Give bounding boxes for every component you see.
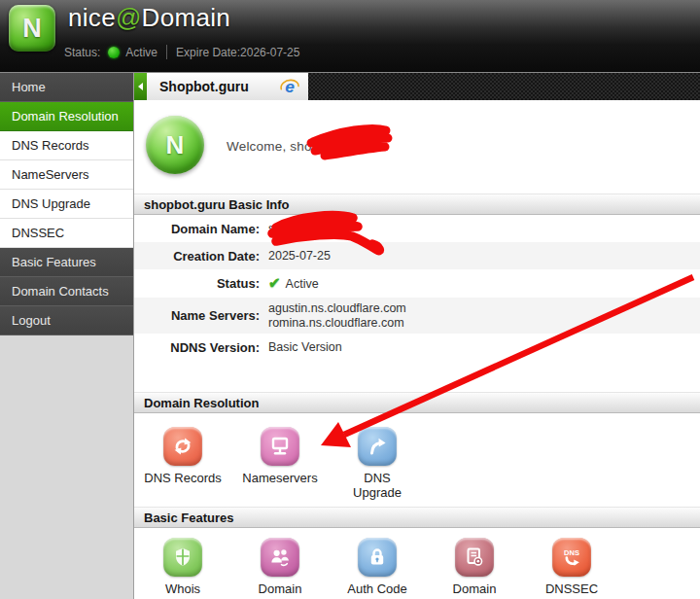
sidebar-item-dnssec[interactable]: DNSSEC xyxy=(0,219,133,248)
sidebar-item-domain-resolution[interactable]: Domain Resolution xyxy=(0,102,133,131)
brand-title: nice@Domain xyxy=(68,3,230,33)
tab-bar: Shopbot.guru e xyxy=(134,73,700,100)
auth-code-label: Auth Code xyxy=(347,581,406,596)
brand-right: Domain xyxy=(142,3,230,32)
expire-value: 2026-07-25 xyxy=(240,46,299,59)
row-status: Status: ✔Active xyxy=(134,269,700,298)
main-content: Shopbot.guru e N Welcome, shopbot.guru s… xyxy=(134,73,700,599)
sidebar-item-dns-upgrade[interactable]: DNS Upgrade xyxy=(0,190,133,219)
feature-auth-code[interactable]: Auth Code xyxy=(329,538,426,599)
header: N nice@Domain Status: Active Expire Date… xyxy=(0,0,700,73)
sidebar-item-logout[interactable]: Logout xyxy=(0,306,133,335)
dns-upgrade-label: DNS Upgrade xyxy=(343,471,411,500)
ndns-version-label: NDNS Version: xyxy=(134,340,268,355)
expire-date: Expire Date:2026-07-25 xyxy=(176,46,299,59)
header-status-row: Status: Active Expire Date:2026-07-25 xyxy=(64,45,299,59)
nameservers-label: Nameservers xyxy=(242,471,317,485)
refresh-icon xyxy=(163,427,202,466)
sidebar-item-domain-contacts[interactable]: Domain Contacts xyxy=(0,277,133,306)
lock-icon xyxy=(358,538,397,577)
basic-info-table: Domain Name: shopbot.guru Creation Date:… xyxy=(134,215,700,361)
green-check-icon: ✔ xyxy=(268,274,281,291)
whois-privacy-label: Whois Privacy xyxy=(149,581,217,599)
status-row-text: Active xyxy=(286,277,319,291)
feature-dns-upgrade[interactable]: DNS Upgrade xyxy=(329,427,426,507)
people-icon xyxy=(261,538,299,577)
domain-resolution-icons: DNS Records Nameservers xyxy=(134,413,700,507)
status-value: Active xyxy=(125,46,158,59)
name-servers-value: agustin.ns.cloudflare.com romina.ns.clou… xyxy=(268,301,406,331)
svg-text:e: e xyxy=(285,77,295,96)
left-triangle-icon xyxy=(138,83,143,90)
app-logo-icon: N xyxy=(9,5,55,52)
welcome-text: Welcome, shopbot.guru xyxy=(227,139,369,154)
basic-info-section-title: shopbot.guru Basic Info xyxy=(134,194,700,215)
row-ndns-version: NDNS Version: Basic Version xyxy=(134,334,700,361)
monitor-icon xyxy=(261,427,299,466)
app-logo-letter: N xyxy=(22,14,42,44)
brand-at: @ xyxy=(116,3,142,32)
feature-domain-push[interactable]: Domain Push xyxy=(231,538,329,599)
feature-dns-records[interactable]: DNS Records xyxy=(134,427,231,507)
sidebar-item-home[interactable]: Home xyxy=(0,73,133,102)
dnssec-label: DNSSEC xyxy=(545,581,598,596)
welcome-logo-icon: N xyxy=(146,116,204,174)
internet-explorer-icon: e xyxy=(279,76,300,97)
row-name-servers: Name Servers: agustin.ns.cloudflare.com … xyxy=(134,298,700,334)
row-creation-date: Creation Date: 2025-07-25 xyxy=(134,242,700,269)
creation-date-value: 2025-07-25 xyxy=(268,249,331,264)
creation-date-label: Creation Date: xyxy=(134,249,268,264)
domain-name-value: shopbot.guru xyxy=(268,222,339,236)
sidebar-item-dns-records[interactable]: DNS Records xyxy=(0,131,133,160)
domain-control-panel: N nice@Domain Status: Active Expire Date… xyxy=(0,0,700,599)
feature-whois-privacy[interactable]: Whois Privacy xyxy=(134,538,231,599)
tab-label: Shopbot.guru xyxy=(159,79,279,94)
header-divider xyxy=(166,45,167,59)
name-server-1: agustin.ns.cloudflare.com xyxy=(268,301,406,316)
dns-records-label: DNS Records xyxy=(144,471,221,485)
feature-dnssec[interactable]: DNS DNSSEC xyxy=(523,538,620,599)
sidebar: Home Domain Resolution DNS Records NameS… xyxy=(0,73,134,599)
expire-label: Expire Date: xyxy=(176,46,240,59)
tab-shopbot-guru[interactable]: Shopbot.guru e xyxy=(147,73,308,100)
status-row-value: ✔Active xyxy=(268,275,319,292)
sidebar-item-basic-features[interactable]: Basic Features xyxy=(0,248,133,277)
sidebar-item-nameservers[interactable]: NameServers xyxy=(0,160,133,190)
upgrade-arrow-icon xyxy=(358,427,397,466)
status-label: Status: xyxy=(64,46,100,59)
name-server-2: romina.ns.cloudflare.com xyxy=(268,316,406,331)
domain-push-label: Domain Push xyxy=(246,581,314,599)
shield-icon xyxy=(163,538,202,577)
sidebar-filler xyxy=(0,335,133,599)
svg-text:DNS: DNS xyxy=(564,548,579,557)
name-servers-label: Name Servers: xyxy=(134,308,268,323)
basic-features-icons: Whois Privacy Domain Push xyxy=(134,528,700,599)
feature-nameservers[interactable]: Nameservers xyxy=(231,427,329,507)
feature-domain-certificate[interactable]: Domain Certificate xyxy=(426,538,523,599)
domain-certificate-label: Domain Certificate xyxy=(440,581,508,599)
status-dot-icon xyxy=(108,47,120,58)
welcome-section: N Welcome, shopbot.guru xyxy=(134,100,700,194)
domain-resolution-section-title: Domain Resolution xyxy=(134,392,700,413)
certificate-icon xyxy=(455,538,494,577)
domain-name-label: Domain Name: xyxy=(134,222,268,236)
basic-features-section-title: Basic Features xyxy=(134,507,700,528)
welcome-logo-letter: N xyxy=(166,130,185,160)
row-domain-name: Domain Name: shopbot.guru xyxy=(134,215,700,242)
brand-left: nice xyxy=(68,3,116,32)
status-row-label: Status: xyxy=(134,276,268,291)
ndns-version-value: Basic Version xyxy=(268,340,342,355)
dns-arrow-icon: DNS xyxy=(552,538,591,577)
sidebar-collapse-arrow[interactable] xyxy=(134,73,147,100)
